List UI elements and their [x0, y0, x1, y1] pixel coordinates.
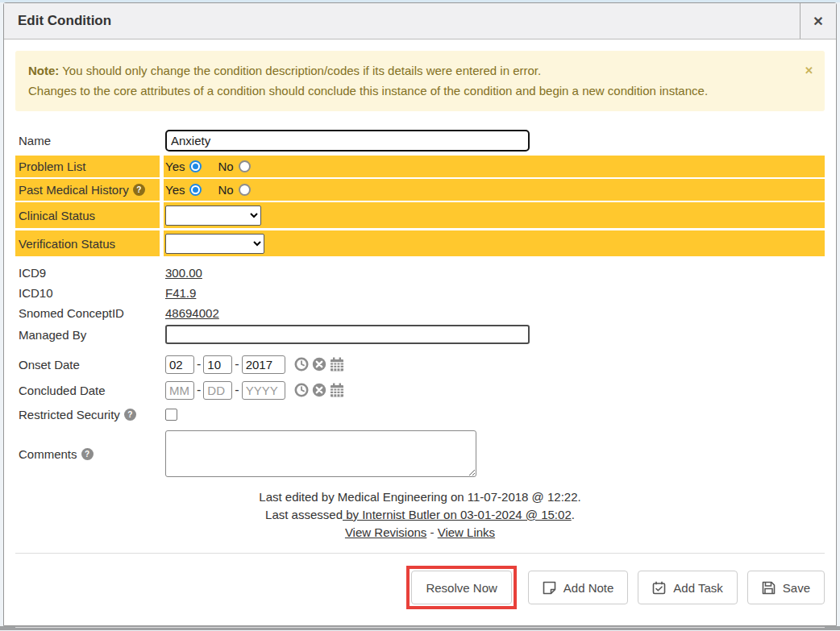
add-task-button[interactable]: Add Task — [638, 571, 737, 604]
icd10-code-link[interactable]: F41.9 — [165, 286, 196, 300]
restricted-security-row: Restricted Security ? — [15, 404, 825, 425]
icd9-row: ICD9 300.00 — [15, 263, 825, 282]
note-icon — [543, 581, 556, 595]
revision-links: View Revisions - View Links — [15, 524, 825, 542]
clock-icon[interactable] — [294, 383, 309, 397]
clock-icon[interactable] — [294, 357, 309, 372]
help-icon[interactable]: ? — [81, 448, 94, 460]
calendar-icon[interactable] — [330, 357, 344, 372]
clinical-status-label: Clinical Status — [15, 202, 160, 228]
icd9-code-link[interactable]: 300.00 — [165, 266, 202, 280]
pmh-no-radio[interactable] — [239, 184, 251, 196]
save-icon — [762, 581, 776, 595]
clear-date-icon[interactable] — [312, 357, 326, 372]
modal-close-button[interactable]: ✕ — [800, 3, 836, 39]
save-button[interactable]: Save — [747, 571, 825, 604]
problem-list-label: Problem List — [15, 156, 160, 177]
restricted-security-checkbox[interactable] — [165, 409, 177, 421]
comments-textarea[interactable] — [165, 430, 476, 477]
problem-list-no-radio[interactable] — [239, 160, 251, 172]
comments-label: Comments ? — [15, 429, 160, 479]
name-label: Name — [15, 128, 160, 153]
snomed-row: Snomed ConceptID 48694002 — [15, 303, 825, 322]
concluded-month-input[interactable] — [165, 381, 194, 400]
past-medical-history-row: Past Medical History ? Yes No — [15, 179, 825, 201]
name-input[interactable] — [165, 130, 530, 152]
verification-status-label: Verification Status — [15, 230, 160, 256]
problem-list-row: Problem List Yes No — [15, 156, 825, 177]
snomed-code-link[interactable]: 48694002 — [165, 306, 219, 320]
managed-by-input[interactable] — [165, 325, 530, 344]
last-assessed-text: Last assessed by Internist Butler on 03-… — [15, 506, 825, 524]
onset-date-row: Onset Date - - — [15, 352, 825, 376]
icd10-row: ICD10 F41.9 — [15, 283, 825, 302]
add-note-button[interactable]: Add Note — [528, 571, 629, 604]
onset-year-input[interactable] — [242, 355, 285, 374]
clear-date-icon[interactable] — [312, 383, 326, 397]
button-row: Resolve Now Add Note Add Task — [15, 554, 825, 619]
note-prefix: Note: — [28, 64, 59, 77]
task-calendar-icon — [652, 581, 666, 595]
pmh-no-label: No — [218, 183, 233, 197]
onset-month-input[interactable] — [165, 355, 194, 374]
meta-block: Last edited by Medical Engineering on 11… — [15, 488, 825, 542]
modal-header: Edit Condition ✕ — [4, 3, 836, 39]
name-row: Name — [15, 128, 825, 153]
last-assessed-link[interactable]: by Internist Butler on 03-01-2024 @ 15:0… — [343, 508, 572, 521]
close-icon: ✕ — [813, 14, 823, 29]
edit-condition-modal: Edit Condition ✕ Note: You should only c… — [3, 2, 837, 626]
footer-empty-area — [15, 628, 825, 631]
problem-list-no-label: No — [218, 160, 233, 173]
view-revisions-link[interactable]: View Revisions — [345, 525, 426, 539]
icd9-label: ICD9 — [15, 263, 160, 282]
onset-date-label: Onset Date — [15, 352, 160, 376]
concluded-date-label: Concluded Date — [15, 378, 160, 402]
onset-day-input[interactable] — [203, 355, 232, 374]
warning-note-banner: Note: You should only change the conditi… — [15, 51, 825, 111]
resolve-now-button[interactable]: Resolve Now — [411, 571, 511, 604]
past-medical-history-label: Past Medical History ? — [15, 179, 160, 201]
snomed-label: Snomed ConceptID — [15, 303, 160, 322]
note-close-icon[interactable]: ✕ — [805, 60, 813, 81]
resolve-now-annotation: Resolve Now — [406, 566, 516, 609]
modal-body: Note: You should only change the conditi… — [4, 39, 836, 631]
clinical-status-select[interactable] — [165, 205, 261, 226]
concluded-year-input[interactable] — [242, 381, 285, 400]
comments-row: Comments ? — [15, 429, 825, 479]
icd10-label: ICD10 — [15, 283, 160, 302]
note-line-1: Note: You should only change the conditi… — [28, 60, 813, 81]
managed-by-label: Managed By — [15, 323, 160, 346]
concluded-day-input[interactable] — [203, 381, 232, 400]
managed-by-row: Managed By — [15, 323, 825, 346]
pmh-yes-radio[interactable] — [189, 184, 202, 196]
problem-list-yes-label: Yes — [165, 160, 185, 173]
pmh-yes-label: Yes — [165, 183, 185, 197]
modal-title: Edit Condition — [4, 3, 800, 39]
problem-list-yes-radio[interactable] — [189, 160, 202, 172]
restricted-security-label: Restricted Security ? — [15, 404, 160, 425]
calendar-icon[interactable] — [330, 383, 344, 397]
view-links-link[interactable]: View Links — [438, 525, 495, 539]
last-edited-text: Last edited by Medical Engineering on 11… — [15, 488, 825, 506]
verification-status-row: Verification Status — [15, 230, 825, 256]
help-icon[interactable]: ? — [133, 184, 145, 196]
clinical-status-row: Clinical Status — [15, 202, 825, 228]
verification-status-select[interactable] — [165, 234, 264, 254]
concluded-date-row: Concluded Date - - — [15, 378, 825, 402]
note-line-2: Changes to the core attributes of a cond… — [28, 81, 813, 101]
help-icon[interactable]: ? — [124, 409, 136, 421]
